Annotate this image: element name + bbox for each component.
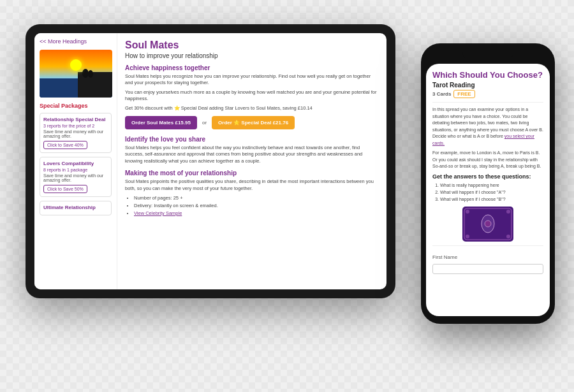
package-3-title: Ultimate Relationship [43,205,108,210]
phone-page-title: Which Should You Choose? [432,70,543,81]
package-2-save-btn[interactable]: Click to Save 50% [43,185,87,193]
question-1: What is really happening here [440,182,543,189]
package-1-title: Relationship Special Deal [43,117,108,122]
cards-badge: 3 Cards [432,91,451,97]
free-badge: FREE [453,90,475,98]
section2-heading: Identify the love you share [125,136,379,143]
tablet-sidebar: << More Headings Special Packages [34,33,117,289]
package-2-title: Lovers Compatibility [43,161,108,166]
svg-point-8 [485,221,491,227]
section1-text: Soul Mates helps you recognize how you c… [125,73,379,87]
sunset-image [40,50,112,98]
discount-text: Get 30% discount with ⭐ Special Deal add… [125,105,379,111]
first-name-input[interactable] [432,264,543,274]
section2-text: Soul Mates helps you feel confident abou… [125,145,379,165]
questions-title: Get the answers to these questions: [432,173,543,180]
tablet-main-content: Soul Mates How to improve your relations… [117,33,386,289]
order-buttons: Order Soul Mates £15.95 or Order ⭐ Speci… [125,116,379,129]
order-deal-button[interactable]: Order ⭐ Special Deal £21.76 [212,116,295,129]
phone-subtitle: Tarot Reading [432,82,543,89]
section1-heading: Achieve happiness together [125,64,379,71]
section3-text: Soul Mates pinpoints the positive qualit… [125,178,379,192]
phone-device: Which Should You Choose? Tarot Reading 3… [421,43,555,324]
scene: << More Headings Special Packages [13,11,561,381]
phone-body1: In this spread you can examine your opti… [432,106,543,147]
star-icon: ⭐ [174,105,180,111]
package-card-3: Ultimate Relationship [40,201,112,215]
features-list: Number of pages: 25 + Delivery: Instantl… [125,194,379,217]
phone-body2: For example, move to London is A, move t… [432,150,543,170]
svg-point-10 [506,210,510,214]
package-1-save-btn[interactable]: Click to Save 40% [43,141,87,149]
back-link[interactable]: << More Headings [40,38,112,45]
package-2-subtitle: 8 reports in 1 package [43,168,108,172]
section3-heading: Making the most of your relationship [125,170,379,177]
feature-sample: View Celebrity Sample [134,210,379,217]
special-packages-title: Special Packages [40,103,112,109]
celebrity-sample-link[interactable]: View Celebrity Sample [134,210,182,216]
or-label: or [202,120,207,126]
order-soul-mates-button[interactable]: Order Soul Mates £15.95 [125,116,197,129]
feature-delivery: Delivery: Instantly on screen & emailed. [134,202,379,210]
package-2-desc: Save time and money with our amazing off… [43,173,108,182]
first-name-label: First Name [432,254,457,260]
phone-screen: Which Should You Choose? Tarot Reading 3… [426,64,550,316]
svg-point-12 [506,235,510,238]
tablet-screen: << More Headings Special Packages [34,33,386,289]
tablet-device: << More Headings Special Packages [26,24,395,298]
feature-pages: Number of pages: 25 + [134,194,379,202]
divider-1 [432,102,543,103]
svg-point-3 [88,70,93,78]
divider-2 [432,245,543,246]
section1-text2: You can enjoy yourselves much more as a … [125,89,379,103]
page-title: Soul Mates [125,40,379,51]
package-card-2: Lovers Compatibility 8 reports in 1 pack… [40,157,112,197]
phone-badge-row: 3 Cards FREE [432,90,543,98]
question-3: What will happen if I choose "B"? [440,196,543,203]
questions-list: What is really happening here What will … [432,182,543,203]
page-subtitle: How to improve your relationship [125,52,379,59]
tarot-card-image [462,207,513,242]
package-1-subtitle: 3 reports for the price of 2 [43,124,108,128]
svg-point-2 [82,69,89,78]
svg-point-11 [466,235,469,238]
question-2: What will happen if I choose "A"? [440,189,543,196]
phone-notch [462,51,513,60]
package-card-1: Relationship Special Deal 3 reports for … [40,113,112,153]
svg-point-9 [466,210,469,214]
package-1-desc: Save time and money with our amazing off… [43,129,108,138]
